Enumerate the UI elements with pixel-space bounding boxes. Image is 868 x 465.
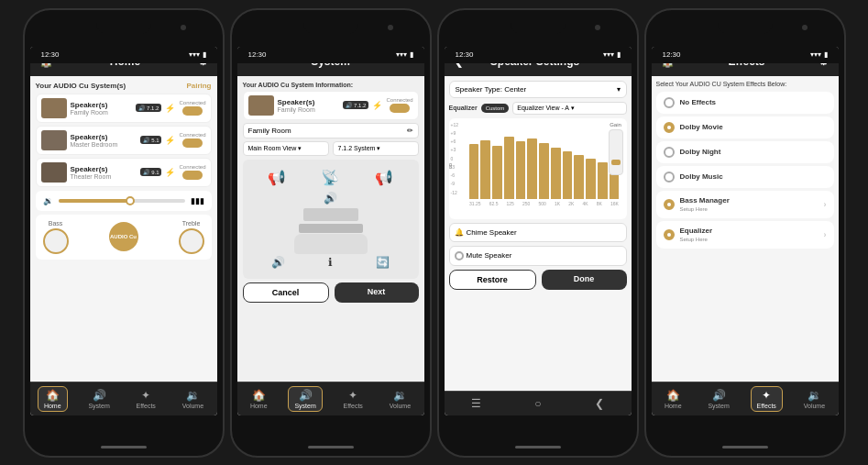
eq-bar-7[interactable] [539, 143, 549, 199]
treble-knob[interactable] [179, 228, 204, 254]
eff-nav-home[interactable]: 🏠 Home [659, 387, 687, 411]
cancel-button[interactable]: Cancel [243, 282, 329, 303]
nav-system[interactable]: 🔊 System [82, 387, 115, 411]
eq-view-dropdown[interactable]: Equalizer View - A ▾ [512, 102, 626, 115]
bass-manager-chevron[interactable]: › [824, 200, 827, 209]
ss-nav-back-icon: ☰ [471, 397, 481, 410]
bass-knob[interactable] [43, 228, 69, 254]
ss-nav-recent-icon: ❮ [595, 397, 604, 410]
eq-bar-9[interactable] [563, 151, 573, 199]
status-time-3: 12:30 [456, 50, 474, 59]
dolby-music-label: Dolby Music [680, 172, 723, 181]
eq-db-12: +12 [451, 122, 458, 127]
mute-button[interactable]: Mute Speaker [449, 246, 627, 266]
chime-label: Chime Speaker [467, 228, 517, 237]
speaker-type-select[interactable]: Speaker Type: Center ▾ [449, 81, 627, 98]
info-icon[interactable]: ℹ [328, 256, 333, 269]
refresh-icon[interactable]: 🔄 [376, 256, 390, 269]
restore-button[interactable]: Restore [449, 270, 536, 290]
status-time-4: 12:30 [663, 50, 681, 59]
room-view-row: Main Room View ▾ 7.1.2 System ▾ [243, 141, 419, 156]
ss-nav-back[interactable]: ☰ [466, 395, 487, 412]
eq-bar-3[interactable] [492, 146, 502, 199]
speaker-config-3: 9.1 [151, 170, 159, 175]
sys-nav-effects-icon: ✦ [348, 389, 357, 402]
eq-db-9: +9 [451, 130, 458, 136]
eq-custom-chip[interactable]: Custom [481, 104, 510, 113]
gain-thumb[interactable] [611, 160, 621, 165]
chime-button[interactable]: 🔔 Chime Speaker [449, 223, 627, 242]
effect-dolby-music[interactable]: Dolby Music [656, 166, 834, 188]
eq-hz-6: 1K [555, 201, 560, 206]
speaker-row-3[interactable]: Speaker(s) Theater Room 🔊 9.1 ⚡ Connecte… [36, 158, 212, 187]
equalizer-radio[interactable] [664, 229, 675, 240]
home-bar-2 [308, 446, 354, 448]
speaker-config-1: 7.1.2 [147, 105, 159, 111]
bass-manager-radio[interactable] [664, 199, 675, 210]
volume-icon: 🔉 [43, 196, 53, 205]
eq-bar-8[interactable] [551, 148, 561, 199]
speaker-row-1[interactable]: Speaker(s) Family Room 🔊 7.1.2 ⚡ Connect… [36, 94, 212, 123]
connected-badge-3: Connected [179, 164, 205, 170]
subwoofer-icon: 🔊 [324, 192, 337, 205]
sys-nav-volume[interactable]: 🔉 Volume [384, 387, 416, 411]
nav-home[interactable]: 🏠 Home [38, 386, 68, 412]
dolby-night-radio[interactable] [664, 147, 675, 158]
dolby-music-radio[interactable] [664, 172, 675, 183]
speaker-settings-content: Speaker Type: Center ▾ Equalizer Custom … [445, 76, 632, 391]
done-button[interactable]: Done [542, 270, 627, 290]
system-type-dropdown[interactable]: 7.1.2 System ▾ [333, 141, 419, 156]
eq-bar-10[interactable] [574, 155, 584, 199]
bass-label: Bass [49, 220, 63, 227]
effect-dolby-night[interactable]: Dolby Night [656, 141, 834, 163]
speaker-row-2[interactable]: Speaker(s) Master Bedroom 🔊 5.1 ⚡ Connec… [36, 126, 212, 155]
eff-nav-system[interactable]: 🔊 System [702, 387, 734, 411]
volume-thumb[interactable] [126, 196, 135, 205]
ss-nav-home[interactable]: ○ [529, 395, 546, 412]
eq-bar-5[interactable] [516, 141, 526, 198]
next-button[interactable]: Next [335, 282, 419, 303]
camera-dot [181, 25, 186, 30]
eq-x-labels: 31.25 62.5 125 250 500 1K 2K 4K 8K 16K [466, 201, 623, 206]
volume-track[interactable] [59, 199, 185, 203]
pairing-link[interactable]: Pairing [186, 82, 211, 90]
speaker-info-1: Speaker(s) Family Room [71, 101, 133, 116]
system-speaker-row: Speaker(s) Family Room 🔊 7.1.2 ⚡ Connect… [243, 91, 419, 120]
dolby-movie-radio[interactable] [664, 122, 675, 133]
sys-nav-home[interactable]: 🏠 Home [245, 387, 273, 411]
ss-nav-recent[interactable]: ❮ [589, 395, 610, 412]
speaker-badge-2: 🔊 5.1 [140, 136, 161, 144]
sys-nav-effects[interactable]: ✦ Effects [338, 387, 368, 411]
home-bottom-nav: 🏠 Home 🔊 System ✦ Effects 🔉 Volume [30, 382, 217, 415]
nav-effects[interactable]: ✦ Effects [131, 387, 161, 411]
effect-no-effects[interactable]: No Effects [656, 92, 834, 114]
eff-nav-effects[interactable]: ✦ Effects [751, 386, 783, 412]
phone-system: 12:30 ▾▾▾ ▮ System Your AUDIO Cu System … [230, 8, 432, 458]
sys-nav-system[interactable]: 🔊 System [288, 386, 322, 412]
ss-nav-home-circle: ○ [534, 397, 541, 410]
effect-dolby-movie[interactable]: Dolby Movie [656, 116, 834, 138]
eff-nav-volume-label: Volume [804, 403, 825, 409]
eq-bar-4[interactable] [504, 137, 514, 199]
eq-bar-2[interactable] [480, 140, 490, 199]
eq-hz-10: 16K [610, 201, 619, 206]
eq-bar-11[interactable] [586, 159, 596, 199]
edit-icon[interactable]: ✏ [407, 127, 413, 135]
equalizer-sub: Setup Here [680, 237, 708, 242]
eff-nav-volume[interactable]: 🔉 Volume [798, 387, 830, 411]
db-unit-label: dB [449, 162, 453, 168]
gain-slider[interactable] [609, 129, 623, 175]
eq-bar-12[interactable] [598, 162, 608, 199]
eq-bar-1[interactable] [469, 144, 479, 199]
equalizer-chevron[interactable]: › [824, 230, 827, 239]
no-effects-radio[interactable] [664, 97, 675, 108]
eq-bar-6[interactable] [527, 138, 537, 199]
effect-equalizer[interactable]: Equalizer Setup Here › [656, 221, 834, 249]
cancel-next-row: Cancel Next [243, 282, 419, 303]
connected-badge-1: Connected [179, 100, 205, 105]
nav-volume[interactable]: 🔉 Volume [177, 387, 209, 411]
dropdown-chevron-1: ▾ [298, 145, 302, 152]
phone-notch-4 [718, 19, 773, 34]
effect-bass-manager[interactable]: Bass Manager Setup Here › [656, 191, 834, 218]
room-view-dropdown[interactable]: Main Room View ▾ [243, 141, 329, 156]
